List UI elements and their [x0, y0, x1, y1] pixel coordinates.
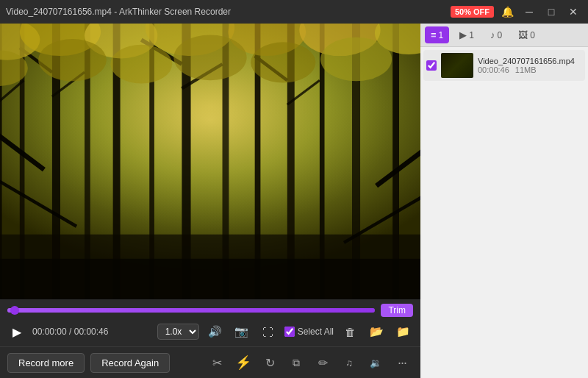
- current-time: 00:00:00: [32, 327, 67, 337]
- select-all-label: Select All: [298, 327, 334, 337]
- open-folder-button[interactable]: 📂: [366, 321, 387, 342]
- tab-video[interactable]: ▶ 1: [453, 26, 480, 43]
- volume-icon[interactable]: 🔉: [365, 352, 387, 374]
- tab-list[interactable]: ≡ 1: [425, 26, 449, 43]
- svg-point-34: [110, 45, 172, 84]
- tab-audio[interactable]: ♪ 0: [484, 26, 508, 43]
- select-all-container: Select All: [284, 327, 334, 337]
- audio-icon: ♪: [490, 29, 495, 40]
- save-folder-button[interactable]: 📁: [392, 321, 413, 342]
- video-icon: ▶: [459, 29, 467, 40]
- list-icon: ≡: [431, 29, 437, 40]
- title-bar-right: 50% OFF 🔔 ─ □ ✕: [451, 3, 582, 21]
- svg-point-36: [251, 42, 315, 82]
- total-time: 00:00:46: [74, 327, 109, 337]
- bottom-row: Record more Record Again ✂ ⚡ ↻ ⧉ ✏ ♫ 🔉 ·…: [0, 346, 420, 378]
- play-button[interactable]: ▶: [7, 322, 26, 341]
- file-meta: 00:00:46 11MB: [478, 65, 582, 74]
- record-more-button[interactable]: Record more: [7, 353, 85, 373]
- file-size: 11MB: [515, 65, 537, 74]
- video-count: 1: [469, 30, 474, 40]
- audio-extract-icon[interactable]: ♫: [338, 352, 360, 374]
- more-icon[interactable]: ···: [391, 352, 413, 374]
- playback-row: ▶ 00:00:00 / 00:00:46 1.0x 0.5x 1.5x 2.0…: [7, 321, 413, 342]
- time-separator: /: [69, 327, 71, 337]
- record-again-button[interactable]: Record Again: [90, 353, 170, 373]
- tab-image[interactable]: 🖼 0: [512, 26, 541, 43]
- right-panel: ≡ 1 ▶ 1 ♪ 0 🖼 0: [420, 24, 588, 378]
- file-thumbnail: [441, 53, 473, 78]
- svg-point-37: [320, 38, 392, 82]
- right-tabs: ≡ 1 ▶ 1 ♪ 0 🖼 0: [420, 24, 588, 47]
- progress-track[interactable]: [7, 308, 375, 313]
- file-name: Video_240707161656.mp4: [478, 57, 582, 65]
- speed-select[interactable]: 1.0x 0.5x 1.5x 2.0x: [157, 324, 199, 340]
- image-icon: 🖼: [518, 29, 528, 40]
- list-count: 1: [439, 30, 444, 40]
- left-panel: Trim ▶ 00:00:00 / 00:00:46 1.0x 0.5x 1.5…: [0, 24, 420, 378]
- trim-button[interactable]: Trim: [381, 304, 413, 317]
- volume-button[interactable]: 🔊: [205, 321, 226, 342]
- right-actions: ✂ ⚡ ↻ ⧉ ✏ ♫ 🔉 ···: [206, 352, 413, 374]
- promo-badge[interactable]: 50% OFF: [451, 6, 494, 18]
- file-checkbox[interactable]: [426, 60, 437, 71]
- copy-icon[interactable]: ⧉: [285, 352, 307, 374]
- file-info: Video_240707161656.mp4 00:00:46 11MB: [478, 57, 582, 74]
- app-title: Video_240707161656.mp4 - ArkThinker Scre…: [6, 7, 231, 17]
- file-duration: 00:00:46: [478, 65, 509, 74]
- delete-right-button[interactable]: 🗑: [340, 321, 360, 342]
- edit-icon[interactable]: ✏: [312, 352, 334, 374]
- controls-bar: Trim ▶ 00:00:00 / 00:00:46 1.0x 0.5x 1.5…: [0, 299, 420, 346]
- rotate-icon[interactable]: ↻: [259, 352, 281, 374]
- screenshot-button[interactable]: 📷: [232, 321, 252, 342]
- file-item[interactable]: Video_240707161656.mp4 00:00:46 11MB: [423, 50, 585, 81]
- close-button[interactable]: ✕: [564, 3, 582, 21]
- maximize-button[interactable]: □: [542, 3, 560, 21]
- title-bar-left: Video_240707161656.mp4 - ArkThinker Scre…: [6, 7, 231, 17]
- minimize-button[interactable]: ─: [520, 3, 538, 21]
- title-bar: Video_240707161656.mp4 - ArkThinker Scre…: [0, 0, 588, 24]
- fullscreen-button[interactable]: ⛶: [258, 321, 279, 342]
- video-area: [0, 24, 420, 299]
- select-all-checkbox[interactable]: [284, 327, 295, 337]
- progress-row: Trim: [7, 304, 413, 317]
- main-content: Trim ▶ 00:00:00 / 00:00:46 1.0x 0.5x 1.5…: [0, 24, 588, 378]
- file-list: Video_240707161656.mp4 00:00:46 11MB: [420, 47, 588, 378]
- audio-count: 0: [497, 30, 502, 40]
- progress-thumb: [10, 306, 19, 315]
- cut-icon[interactable]: ✂: [206, 352, 228, 374]
- enhance-icon[interactable]: ⚡: [232, 352, 254, 374]
- progress-fill: [7, 308, 375, 313]
- image-count: 0: [530, 30, 535, 40]
- svg-rect-41: [0, 259, 420, 299]
- svg-point-33: [38, 39, 107, 81]
- svg-point-35: [173, 35, 246, 80]
- bell-button[interactable]: 🔔: [498, 3, 516, 21]
- time-display: 00:00:00 / 00:00:46: [32, 327, 108, 337]
- left-actions: Record more Record Again: [7, 353, 170, 373]
- file-thumb-inner: [441, 53, 473, 78]
